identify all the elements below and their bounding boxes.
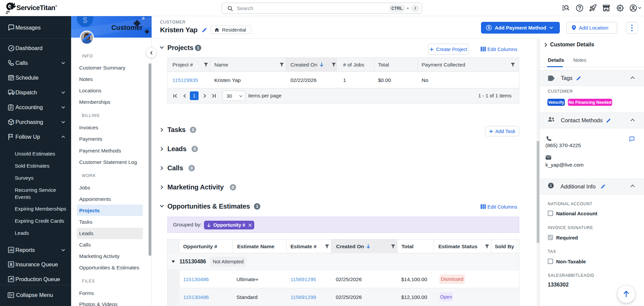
svg-text:$: $ [488,26,490,30]
